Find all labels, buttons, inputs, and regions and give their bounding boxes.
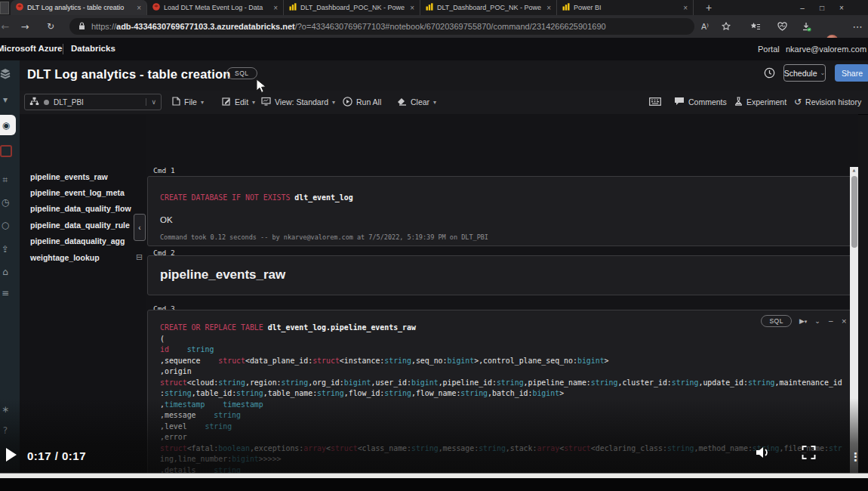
rail-recents-icon[interactable] [0, 145, 12, 157]
keyboard-icon [649, 97, 661, 107]
databricks-tab-icon [16, 3, 23, 12]
browser-tab[interactable]: DLT Log analytics - table creatio× [11, 0, 147, 15]
settings-menu-icon[interactable]: ⋯ [850, 15, 865, 38]
window-controls: – □ × [793, 0, 851, 15]
view-icon [261, 97, 271, 107]
tab-close-icon[interactable]: × [135, 4, 141, 12]
file-icon [172, 97, 180, 107]
sql-code[interactable]: CREATE OR REPLACE TABLE dlt_event_log.pi… [160, 323, 856, 474]
video-menu-icon[interactable]: ⋮ [850, 450, 861, 464]
rail-clock-icon[interactable]: ◷ [0, 193, 14, 212]
portal-link[interactable]: Portal [758, 45, 780, 54]
browser-essentials-icon[interactable] [774, 15, 790, 38]
address-bar[interactable]: https://adb-4334630769677103.3.azuredata… [69, 18, 694, 35]
toc-item-pipeline_events_raw[interactable]: pipeline_events_raw [30, 168, 108, 184]
forward-icon[interactable]: → [17, 15, 33, 38]
tab-title: DLT_Dashboard_POC_NK - Powe [437, 4, 541, 11]
schedule-clock-icon[interactable] [764, 67, 775, 82]
databricks-workspace: ▾◉⌗◷○⇪⌂≡∗? DLT Log analytics - table cre… [0, 60, 868, 474]
cluster-selector[interactable]: DLT_PBI ∨ [24, 94, 162, 110]
refresh-icon[interactable]: ↻ [42, 15, 59, 38]
sidebar-collapse-button[interactable]: ‹ [134, 214, 146, 241]
comments-button[interactable]: Comments [674, 91, 727, 113]
file-menu[interactable]: File▾ [172, 91, 204, 113]
databricks-rail-logo-icon[interactable] [0, 65, 14, 83]
databricks-tab-icon [152, 3, 160, 12]
cluster-dropdown-icon[interactable]: ∨ [146, 98, 156, 106]
downloads-icon[interactable] [799, 15, 814, 38]
comments-icon [674, 97, 685, 107]
account-email[interactable]: nkarve@valorem.com [786, 45, 866, 54]
share-button[interactable]: Share [835, 64, 868, 82]
rail-upload-icon[interactable]: ⇪ [0, 240, 14, 258]
code-line: CREATE DATABASE IF NOT EXISTS dlt_event_… [160, 193, 856, 204]
browser-tab[interactable]: Load DLT Meta Event Log - Data× [147, 0, 284, 15]
rail-selected-item-icon[interactable]: ◉ [0, 115, 16, 135]
new-tab-button[interactable]: + [706, 1, 712, 14]
scroll-up-arrow[interactable]: ▲ [850, 168, 858, 172]
back-icon[interactable]: ← [0, 15, 14, 38]
rail-help-icon[interactable]: ? [0, 422, 14, 440]
favorites-bar-icon[interactable] [747, 15, 762, 38]
workspace-switcher-dropdown[interactable]: ▾ [0, 91, 14, 109]
tab-close-icon[interactable]: × [545, 4, 551, 12]
rail-data-icon[interactable]: ⌗ [0, 171, 14, 189]
code-line: ,timestamp timestamp [160, 400, 856, 411]
markdown-cell[interactable]: pipeline_events_raw [147, 255, 858, 295]
close-window-button[interactable]: × [832, 4, 851, 12]
volume-icon[interactable] [755, 446, 771, 462]
run-all-button[interactable]: Run All [343, 91, 381, 113]
read-aloud-icon[interactable]: A⁾ [697, 15, 713, 38]
rail-sparkle-icon[interactable]: ∗ [0, 400, 14, 418]
code-line: ,level string [160, 422, 856, 433]
cluster-tree-icon [29, 97, 39, 107]
databricks-brand: Databricks [71, 44, 115, 53]
rail-search-icon[interactable]: ○ [0, 216, 14, 234]
rail-workspace-icon[interactable]: ⌂ [0, 263, 14, 281]
code-line: ,sequence struct<data_plane_id:struct<in… [160, 356, 856, 367]
edit-menu[interactable]: Edit▾ [222, 91, 255, 113]
experiment-button[interactable]: Experiment [734, 91, 786, 113]
powerbi-tab-icon [562, 3, 570, 12]
tab-close-icon[interactable]: × [408, 4, 414, 12]
code-cell-1[interactable]: CREATE DATABASE IF NOT EXISTS dlt_event_… [147, 176, 858, 246]
tab-close-icon[interactable]: × [682, 4, 688, 12]
code-line: ing,line_number:bigint>>>>> [160, 454, 856, 465]
browser-tab[interactable]: DLT_Dashboard_POC_NK - Powe× [284, 0, 420, 15]
revision-history-button[interactable]: ↺ Revision history [794, 91, 861, 113]
toc-item-weightage_lookup[interactable]: weightage_lookup [30, 249, 100, 265]
eraser-icon [397, 97, 407, 107]
minimize-button[interactable]: – [793, 4, 812, 12]
scrollbar-thumb[interactable] [851, 176, 857, 248]
view-menu[interactable]: View: Standard▾ [261, 91, 335, 113]
browser-tab[interactable]: DLT_Dashboard_POC_NK - Powe× [420, 0, 557, 15]
maximize-button[interactable]: □ [812, 4, 832, 12]
toc-item-pipeline_data_quality_flow[interactable]: pipeline_data_quality_flow [30, 201, 131, 217]
cell1-execution-meta: Command took 0.12 seconds -- by nkarve@v… [160, 233, 488, 241]
video-play-icon[interactable] [6, 448, 17, 462]
sql-code[interactable]: CREATE DATABASE IF NOT EXISTS dlt_event_… [160, 193, 856, 204]
clear-menu[interactable]: Clear▾ [397, 91, 436, 113]
language-badge[interactable]: SQL [226, 67, 257, 79]
shortcuts-button[interactable] [649, 91, 661, 113]
toc-toggle-icon[interactable]: ⊟ [136, 252, 143, 262]
toc-item-pipeline_event_log_meta[interactable]: pipeline_event_log_meta [30, 184, 125, 200]
cluster-name: DLT_PBI [54, 98, 84, 107]
pinned-tab-stub[interactable] [0, 2, 9, 14]
code-line: struct<fatal:boolean,exceptions:array<st… [160, 443, 856, 455]
scrollbar[interactable]: ▲ [850, 167, 858, 474]
tab-title: DLT_Dashboard_POC_NK - Powe [300, 4, 405, 11]
tab-title: Power BI [574, 4, 678, 11]
toc-item-pipeline_data_quality_rule[interactable]: pipeline_data_quality_rule [30, 217, 130, 233]
rail-menu-icon[interactable]: ≡ [0, 284, 14, 302]
toc-item-pipeline_dataquality_agg[interactable]: pipeline_dataquality_agg [30, 233, 125, 249]
fullscreen-icon[interactable] [802, 446, 816, 462]
video-seek-bar[interactable] [0, 473, 868, 478]
tab-title: DLT Log analytics - table creatio [27, 4, 131, 11]
favorites-icon[interactable] [719, 15, 734, 38]
browser-tab[interactable]: Power BI× [557, 0, 694, 15]
schedule-button[interactable]: Schedule⌄ [783, 64, 826, 82]
powerbi-tab-icon [289, 3, 297, 12]
code-cell-3[interactable]: SQL ▶▾ ⌄ − × CREATE OR REPLACE TABLE dlt… [147, 310, 858, 474]
tab-close-icon[interactable]: × [272, 4, 278, 12]
